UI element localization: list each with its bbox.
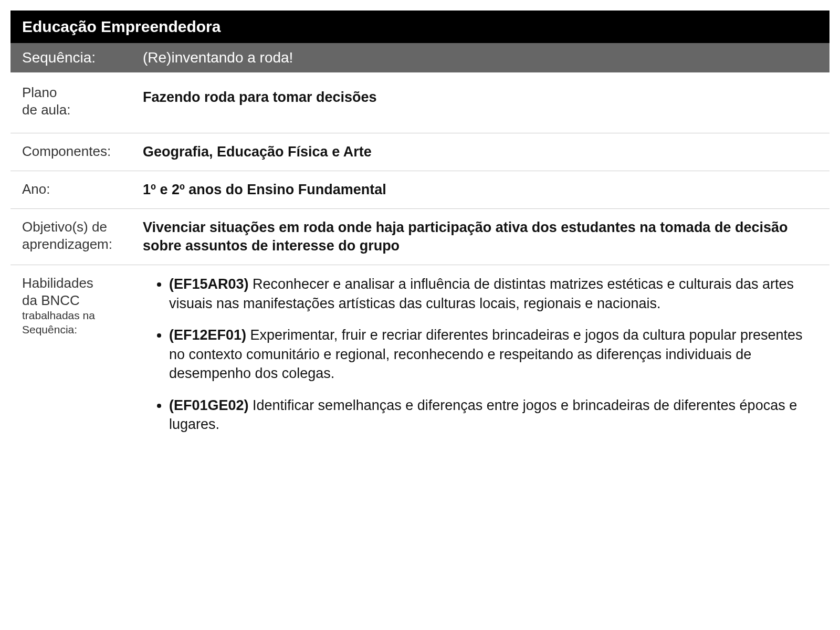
year-row: Ano: 1º e 2º anos do Ensino Fundamental (10, 171, 830, 209)
skills-label-line3: trabalhadas na (22, 309, 143, 322)
skills-label-line1: Habilidades (22, 275, 93, 291)
skill-text: Experimentar, fruir e recriar diferentes… (169, 327, 803, 381)
header-title: Educação Empreendedora (22, 18, 220, 35)
skill-code: (EF15AR03) (169, 276, 249, 292)
lesson-plan-document: Educação Empreendedora Sequência: (Re)in… (10, 10, 830, 456)
plan-label-line2: de aula: (22, 102, 71, 118)
skill-code: (EF01GE02) (169, 397, 249, 413)
list-item: (EF12EF01) Experimentar, fruir e recriar… (169, 326, 818, 383)
components-label: Componentes: (22, 143, 143, 160)
list-item: (EF15AR03) Reconhecer e analisar a influ… (169, 275, 818, 313)
objectives-label: Objetivo(s) de aprendizagem: (22, 218, 143, 253)
objectives-row: Objetivo(s) de aprendizagem: Vivenciar s… (10, 209, 830, 265)
skills-label-line2: da BNCC (22, 292, 80, 308)
components-row: Componentes: Geografia, Educação Física … (10, 133, 830, 171)
objectives-label-line2: aprendizagem: (22, 236, 112, 252)
skill-text: Reconhecer e analisar a influência de di… (169, 276, 794, 311)
components-value: Geografia, Educação Física e Arte (143, 143, 818, 161)
list-item: (EF01GE02) Identificar semelhanças e dif… (169, 396, 818, 434)
skills-list: (EF15AR03) Reconhecer e analisar a influ… (143, 275, 818, 434)
plan-label-line1: Plano (22, 85, 57, 100)
skills-label: Habilidades da BNCC trabalhadas na Sequê… (22, 275, 143, 337)
document-header: Educação Empreendedora (10, 10, 830, 43)
sequence-label: Sequência: (22, 49, 143, 66)
plan-label: Plano de aula: (22, 84, 143, 118)
objectives-label-line1: Objetivo(s) de (22, 219, 107, 235)
sequence-row: Sequência: (Re)inventando a roda! (10, 43, 830, 72)
objectives-value: Vivenciar situações em roda onde haja pa… (143, 218, 818, 255)
year-value: 1º e 2º anos do Ensino Fundamental (143, 181, 818, 199)
plan-row: Plano de aula: Fazendo roda para tomar d… (10, 72, 830, 133)
plan-title: Fazendo roda para tomar decisões (143, 84, 818, 107)
skill-text: Identificar semelhanças e diferenças ent… (169, 397, 797, 432)
skill-code: (EF12EF01) (169, 327, 246, 343)
skills-label-line4: Sequência: (22, 323, 143, 337)
skills-row: Habilidades da BNCC trabalhadas na Sequê… (10, 265, 830, 456)
year-label: Ano: (22, 181, 143, 198)
sequence-value: (Re)inventando a roda! (143, 49, 818, 66)
skills-list-container: (EF15AR03) Reconhecer e analisar a influ… (143, 275, 818, 446)
